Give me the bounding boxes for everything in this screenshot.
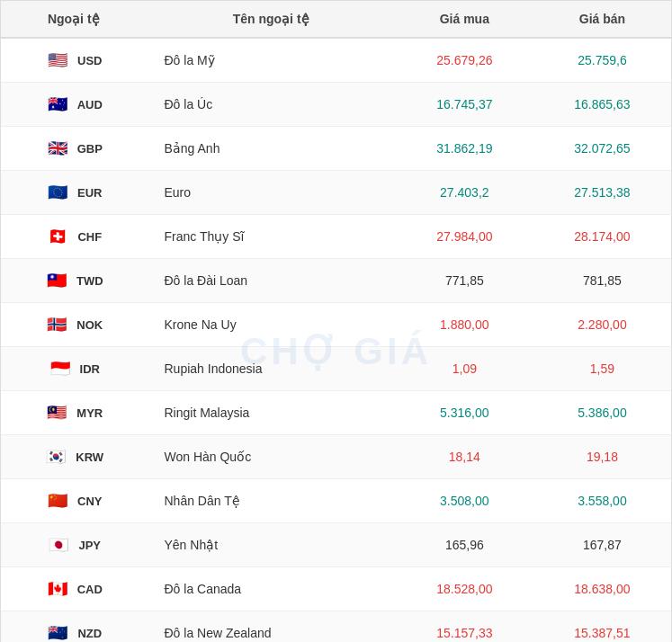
flag-nok: 🇳🇴 <box>44 312 69 337</box>
currency-code-krw: KRW <box>76 450 103 464</box>
currency-code-twd: TWD <box>76 274 103 288</box>
flag-cny: 🇨🇳 <box>45 488 70 513</box>
flag-eur: 🇪🇺 <box>45 180 70 205</box>
currency-name-aud: Đô la Úc <box>146 83 395 127</box>
currency-name-twd: Đô la Đài Loan <box>146 259 395 303</box>
buy-price-idr: 1,09 <box>396 347 533 391</box>
currency-code-cad: CAD <box>77 583 103 596</box>
currency-cell-chf: 🇨🇭 CHF <box>1 215 146 259</box>
currency-code-eur: EUR <box>77 186 102 200</box>
currency-cell-idr: 🇮🇩 IDR <box>1 347 146 391</box>
currency-name-nzd: Đô la New Zealand <box>146 611 395 643</box>
flag-myr: 🇲🇾 <box>44 400 69 425</box>
sell-price-jpy: 167,87 <box>533 523 671 567</box>
currency-name-krw: Won Hàn Quốc <box>146 435 395 479</box>
table-row: 🇮🇩 IDR Rupiah Indonesia1,091,59 <box>1 347 671 391</box>
currency-table-container: CHỢ GIÁ Ngoại tệ Tên ngoại tệ Giá mua Gi… <box>0 0 672 642</box>
table-row: 🇺🇸 USD Đô la Mỹ25.679,2625.759,6 <box>1 38 671 83</box>
buy-price-eur: 27.403,2 <box>396 171 533 215</box>
buy-price-nok: 1.880,00 <box>396 303 533 347</box>
currency-cell-nok: 🇳🇴 NOK <box>1 303 146 347</box>
table-row: 🇨🇭 CHF Franc Thụy Sĩ27.984,0028.174,00 <box>1 215 671 259</box>
currency-cell-myr: 🇲🇾 MYR <box>1 391 146 435</box>
buy-price-aud: 16.745,37 <box>396 83 533 127</box>
buy-price-jpy: 165,96 <box>396 523 533 567</box>
sell-price-nok: 2.280,00 <box>533 303 671 347</box>
table-row: 🇬🇧 GBP Bảng Anh31.862,1932.072,65 <box>1 127 671 171</box>
flag-krw: 🇰🇷 <box>43 444 68 469</box>
flag-gbp: 🇬🇧 <box>45 136 70 161</box>
currency-name-cny: Nhân Dân Tệ <box>146 479 395 523</box>
currency-cell-gbp: 🇬🇧 GBP <box>1 127 146 171</box>
currency-code-nzd: NZD <box>77 627 102 640</box>
sell-price-aud: 16.865,63 <box>533 83 671 127</box>
currency-cell-cny: 🇨🇳 CNY <box>1 479 146 523</box>
currency-code-idr: IDR <box>80 362 100 376</box>
table-row: 🇨🇳 CNY Nhân Dân Tệ3.508,003.558,00 <box>1 479 671 523</box>
buy-price-krw: 18,14 <box>396 435 533 479</box>
header-buy: Giá mua <box>396 1 533 38</box>
header-currency: Ngoại tệ <box>1 1 146 38</box>
currency-code-usd: USD <box>77 54 102 67</box>
flag-usd: 🇺🇸 <box>45 48 70 73</box>
sell-price-idr: 1,59 <box>533 347 671 391</box>
currency-cell-usd: 🇺🇸 USD <box>1 38 146 83</box>
currency-code-myr: MYR <box>76 406 103 420</box>
currency-cell-aud: 🇦🇺 AUD <box>1 83 146 127</box>
currency-name-gbp: Bảng Anh <box>146 127 395 171</box>
buy-price-usd: 25.679,26 <box>396 38 533 83</box>
currency-code-chf: CHF <box>77 230 102 244</box>
table-row: 🇨🇦 CAD Đô la Canada18.528,0018.638,00 <box>1 567 671 611</box>
flag-twd: 🇹🇼 <box>44 268 69 293</box>
table-row: 🇹🇼 TWD Đô la Đài Loan771,85781,85 <box>1 259 671 303</box>
sell-price-nzd: 15.387,51 <box>533 611 671 643</box>
sell-price-myr: 5.386,00 <box>533 391 671 435</box>
buy-price-myr: 5.316,00 <box>396 391 533 435</box>
table-row: 🇲🇾 MYR Ringit Malaysia5.316,005.386,00 <box>1 391 671 435</box>
table-row: 🇳🇴 NOK Krone Na Uy1.880,002.280,00 <box>1 303 671 347</box>
header-name: Tên ngoại tệ <box>146 1 395 38</box>
table-row: 🇰🇷 KRW Won Hàn Quốc18,1419,18 <box>1 435 671 479</box>
currency-cell-krw: 🇰🇷 KRW <box>1 435 146 479</box>
buy-price-cny: 3.508,00 <box>396 479 533 523</box>
sell-price-eur: 27.513,38 <box>533 171 671 215</box>
currency-name-jpy: Yên Nhật <box>146 523 395 567</box>
table-row: 🇦🇺 AUD Đô la Úc16.745,3716.865,63 <box>1 83 671 127</box>
currency-cell-twd: 🇹🇼 TWD <box>1 259 146 303</box>
table-row: 🇯🇵 JPY Yên Nhật165,96167,87 <box>1 523 671 567</box>
buy-price-cad: 18.528,00 <box>396 567 533 611</box>
currency-code-aud: AUD <box>77 98 103 111</box>
header-sell: Giá bán <box>533 1 671 38</box>
currency-cell-eur: 🇪🇺 EUR <box>1 171 146 215</box>
currency-code-nok: NOK <box>76 318 103 332</box>
buy-price-nzd: 15.157,33 <box>396 611 533 643</box>
currency-name-usd: Đô la Mỹ <box>146 38 395 83</box>
currency-cell-jpy: 🇯🇵 JPY <box>1 523 146 567</box>
flag-aud: 🇦🇺 <box>45 92 70 117</box>
sell-price-chf: 28.174,00 <box>533 215 671 259</box>
buy-price-chf: 27.984,00 <box>396 215 533 259</box>
flag-cad: 🇨🇦 <box>45 576 70 602</box>
flag-chf: 🇨🇭 <box>45 224 70 249</box>
currency-table: Ngoại tệ Tên ngoại tệ Giá mua Giá bán 🇺🇸… <box>1 1 671 642</box>
currency-code-gbp: GBP <box>77 142 103 156</box>
flag-nzd: 🇳🇿 <box>45 620 70 642</box>
sell-price-twd: 781,85 <box>533 259 671 303</box>
buy-price-twd: 771,85 <box>396 259 533 303</box>
currency-code-jpy: JPY <box>78 539 101 552</box>
currency-name-myr: Ringit Malaysia <box>146 391 395 435</box>
sell-price-krw: 19,18 <box>533 435 671 479</box>
currency-name-cad: Đô la Canada <box>146 567 395 611</box>
currency-name-chf: Franc Thụy Sĩ <box>146 215 395 259</box>
buy-price-gbp: 31.862,19 <box>396 127 533 171</box>
currency-code-cny: CNY <box>77 495 102 508</box>
currency-cell-cad: 🇨🇦 CAD <box>1 567 146 611</box>
currency-name-eur: Euro <box>146 171 395 215</box>
flag-jpy: 🇯🇵 <box>46 532 71 557</box>
flag-idr: 🇮🇩 <box>48 356 73 381</box>
currency-name-idr: Rupiah Indonesia <box>146 347 395 391</box>
sell-price-gbp: 32.072,65 <box>533 127 671 171</box>
table-row: 🇪🇺 EUR Euro27.403,227.513,38 <box>1 171 671 215</box>
currency-cell-nzd: 🇳🇿 NZD <box>1 611 146 643</box>
sell-price-usd: 25.759,6 <box>533 38 671 83</box>
